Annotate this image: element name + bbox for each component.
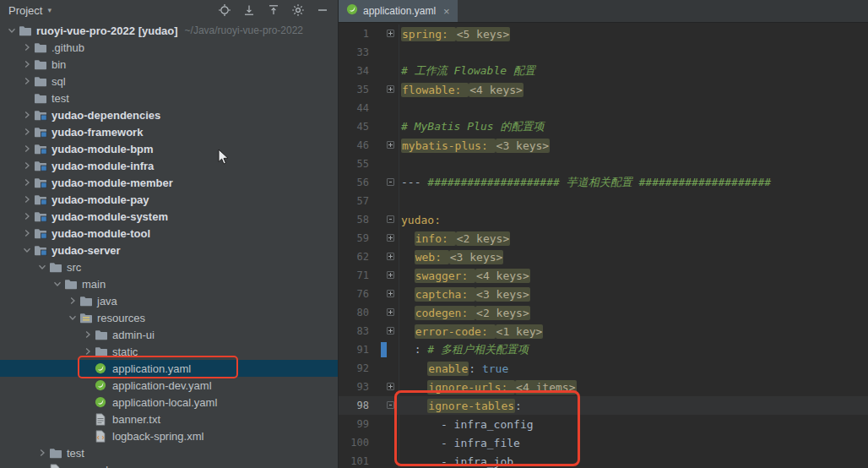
chevron-collapsed-icon[interactable] bbox=[81, 328, 95, 341]
tree-item-yudao-framework[interactable]: yudao-framework bbox=[0, 123, 338, 140]
tab-application-yaml[interactable]: application.yaml × bbox=[339, 0, 458, 22]
chevron-collapsed-icon[interactable] bbox=[20, 74, 34, 88]
editor-line-71[interactable]: 71 swagger: <4 keys> bbox=[339, 266, 868, 285]
chevron-expanded-icon[interactable] bbox=[66, 311, 79, 324]
tree-item-yudao-module-bpm[interactable]: yudao-module-bpm bbox=[0, 140, 338, 157]
chevron-collapsed-icon[interactable] bbox=[20, 125, 34, 139]
gutter-fold-column bbox=[374, 396, 399, 415]
locate-icon[interactable] bbox=[218, 3, 231, 17]
fold-expand-icon[interactable] bbox=[387, 30, 394, 37]
expand-all-icon[interactable] bbox=[267, 3, 280, 17]
fold-expand-icon[interactable] bbox=[387, 234, 394, 242]
collapse-all-icon[interactable] bbox=[242, 3, 256, 17]
tree-item-static[interactable]: static bbox=[0, 343, 338, 360]
chevron-expanded-icon[interactable] bbox=[35, 260, 49, 274]
editor-line-59[interactable]: 59 info: <2 keys> bbox=[339, 229, 868, 248]
editor-line-56[interactable]: 56--- #################### 芋道相关配置 ######… bbox=[339, 173, 868, 192]
chevron-collapsed-icon[interactable] bbox=[20, 210, 34, 223]
chevron-collapsed-icon[interactable] bbox=[20, 226, 34, 240]
project-view-selector[interactable]: Project ▾ bbox=[8, 4, 52, 17]
hide-panel-icon[interactable] bbox=[316, 3, 329, 17]
tree-item-label: java bbox=[97, 295, 117, 307]
fold-expand-icon[interactable] bbox=[387, 308, 394, 316]
chevron-collapsed-icon[interactable] bbox=[20, 159, 34, 172]
tree-item-pom-xml[interactable]: pom.xml bbox=[0, 461, 338, 468]
chevron-collapsed-icon[interactable] bbox=[20, 142, 34, 155]
tree-item-src[interactable]: src bbox=[0, 258, 338, 275]
chevron-expanded-icon[interactable] bbox=[5, 24, 19, 37]
tree-item-test[interactable]: test bbox=[0, 90, 338, 106]
settings-icon[interactable] bbox=[291, 3, 305, 17]
chevron-collapsed-icon[interactable] bbox=[81, 345, 95, 358]
editor-line-99[interactable]: 99 - infra_config bbox=[339, 415, 868, 433]
chevron-collapsed-icon[interactable] bbox=[66, 294, 79, 307]
editor-line-93[interactable]: 93 ignore-urls: <4 items> bbox=[339, 378, 868, 396]
fold-expand-icon[interactable] bbox=[387, 271, 394, 279]
editor-line-44[interactable]: 44 bbox=[339, 99, 868, 117]
tree-item-java[interactable]: java bbox=[0, 292, 338, 309]
editor-line-91[interactable]: 91 : # 多租户相关配置项 bbox=[339, 340, 868, 359]
editor-line-92[interactable]: 92 enable: true bbox=[339, 359, 868, 378]
editor-line-80[interactable]: 80 codegen: <2 keys> bbox=[339, 303, 868, 322]
editor-line-83[interactable]: 83 error-code: <1 key> bbox=[339, 322, 868, 340]
code-text: - infra_config bbox=[401, 418, 534, 431]
editor-line-55[interactable]: 55 bbox=[339, 155, 868, 173]
code-text: mybatis-plus: <3 keys> bbox=[401, 139, 550, 152]
tree-item-ruoyi-vue-pro-2022-yudao[interactable]: ruoyi-vue-pro-2022 [yudao]~/Java/ruoyi-v… bbox=[0, 22, 338, 39]
tree-item-logback-spring-xml[interactable]: logback-spring.xml bbox=[0, 427, 338, 444]
tree-item-test-2[interactable]: test bbox=[0, 444, 338, 461]
tree-item-yudao-dependencies[interactable]: yudao-dependencies bbox=[0, 106, 338, 123]
editor-line-34[interactable]: 34# 工作流 Flowable 配置 bbox=[339, 62, 868, 80]
editor-line-45[interactable]: 45# MyBatis Plus 的配置项 bbox=[339, 117, 868, 136]
tree-item-admin-ui[interactable]: admin-ui bbox=[0, 326, 338, 343]
xml-icon bbox=[95, 429, 111, 443]
chevron-expanded-icon[interactable] bbox=[20, 243, 34, 257]
tree-item-yudao-module-pay[interactable]: yudao-module-pay bbox=[0, 191, 338, 208]
fold-expand-icon[interactable] bbox=[387, 253, 394, 260]
tree-item-application-yaml[interactable]: application.yaml bbox=[0, 360, 338, 377]
editor-line-101[interactable]: 101 - infra_job bbox=[339, 452, 868, 468]
editor-line-1[interactable]: 1spring: <5 keys> bbox=[339, 24, 868, 43]
tree-item-label: application.yaml bbox=[112, 362, 191, 375]
chevron-collapsed-icon[interactable] bbox=[35, 446, 49, 460]
editor-line-100[interactable]: 100 - infra_file bbox=[339, 433, 868, 452]
fold-collapse-icon[interactable] bbox=[387, 215, 394, 223]
tree-item-sql[interactable]: sql bbox=[0, 73, 338, 90]
editor-line-58[interactable]: 58yudao: bbox=[339, 210, 868, 229]
editor-line-33[interactable]: 33 bbox=[339, 43, 868, 62]
tree-item-yudao-module-infra[interactable]: yudao-module-infra bbox=[0, 157, 338, 174]
tree-item-yudao-module-system[interactable]: yudao-module-system bbox=[0, 208, 338, 225]
editor-line-62[interactable]: 62 web: <3 keys> bbox=[339, 248, 868, 266]
chevron-collapsed-icon[interactable] bbox=[20, 41, 34, 54]
editor-line-46[interactable]: 46mybatis-plus: <3 keys> bbox=[339, 136, 868, 155]
chevron-collapsed-icon[interactable] bbox=[20, 193, 34, 206]
chevron-expanded-icon[interactable] bbox=[51, 277, 64, 291]
editor-line-35[interactable]: 35flowable: <4 keys> bbox=[339, 80, 868, 99]
fold-expand-icon[interactable] bbox=[387, 85, 394, 93]
tree-item-label: pom.xml bbox=[67, 464, 108, 468]
fold-expand-icon[interactable] bbox=[387, 141, 394, 149]
tree-item-bin[interactable]: bin bbox=[0, 56, 338, 73]
tree-item-yudao-module-tool[interactable]: yudao-module-tool bbox=[0, 225, 338, 242]
fold-expand-icon[interactable] bbox=[387, 290, 394, 297]
tree-item-yudao-module-member[interactable]: yudao-module-member bbox=[0, 174, 338, 191]
tree-item-main[interactable]: main bbox=[0, 275, 338, 292]
chevron-collapsed-icon[interactable] bbox=[20, 176, 34, 189]
tree-item-yudao-server[interactable]: yudao-server bbox=[0, 242, 338, 258]
chevron-collapsed-icon[interactable] bbox=[20, 57, 34, 71]
fold-expand-icon[interactable] bbox=[387, 327, 394, 335]
tree-item-resources[interactable]: resources bbox=[0, 309, 338, 326]
tree-item-github[interactable]: .github bbox=[0, 39, 338, 56]
close-icon[interactable]: × bbox=[443, 5, 450, 18]
chevron-collapsed-icon[interactable] bbox=[20, 108, 34, 122]
fold-collapse-icon[interactable] bbox=[387, 178, 394, 186]
tree-item-banner-txt[interactable]: banner.txt bbox=[0, 411, 338, 427]
fold-expand-icon[interactable] bbox=[387, 383, 394, 390]
tree-item-application-local-yaml[interactable]: application-local.yaml bbox=[0, 394, 338, 411]
tree-item-application-dev-yaml[interactable]: application-dev.yaml bbox=[0, 377, 338, 394]
fold-collapse-icon[interactable] bbox=[387, 401, 394, 409]
editor-line-57[interactable]: 57 bbox=[339, 192, 868, 210]
code-text: # 工作流 Flowable 配置 bbox=[401, 63, 535, 79]
editor-line-98[interactable]: 98 ignore-tables: bbox=[339, 396, 868, 415]
editor-line-76[interactable]: 76 captcha: <3 keys> bbox=[339, 285, 868, 303]
